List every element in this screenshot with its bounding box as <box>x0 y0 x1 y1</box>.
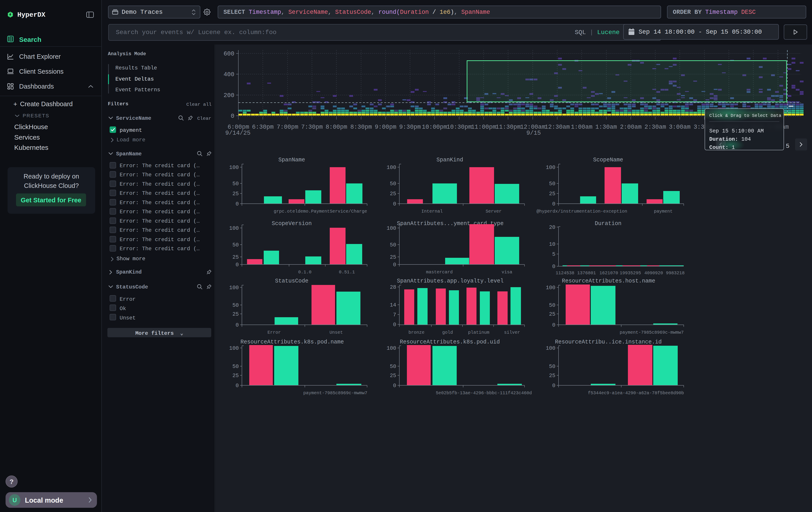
svg-text:5: 5 <box>552 251 555 257</box>
svg-text:9:30pm: 9:30pm <box>399 124 421 131</box>
svg-text:ResourceAttributes.host.name: ResourceAttributes.host.name <box>562 278 655 284</box>
svg-text:0: 0 <box>236 322 239 328</box>
svg-text:0: 0 <box>552 322 555 328</box>
svg-text:50: 50 <box>232 363 239 370</box>
svg-text:100: 100 <box>387 225 396 231</box>
svg-text:100: 100 <box>229 285 239 291</box>
svg-text:100: 100 <box>546 345 555 351</box>
svg-text:ScopeVersion: ScopeVersion <box>272 220 312 227</box>
svg-text:50: 50 <box>549 363 555 370</box>
svg-text:gold: gold <box>442 330 453 335</box>
svg-text:0: 0 <box>393 383 396 389</box>
svg-text:12:00am: 12:00am <box>520 124 545 131</box>
svg-text:25: 25 <box>232 373 239 379</box>
svg-text:StatusCode: StatusCode <box>275 278 309 284</box>
svg-text:100: 100 <box>229 225 239 231</box>
svg-text:payment: payment <box>654 209 673 214</box>
svg-text:Server: Server <box>486 209 502 214</box>
svg-text:Internal: Internal <box>421 209 443 214</box>
svg-text:SpanName: SpanName <box>279 157 305 163</box>
svg-text:6:00pm: 6:00pm <box>228 124 249 131</box>
svg-text:400: 400 <box>224 71 234 78</box>
svg-text:10: 10 <box>549 241 555 247</box>
svg-text:100: 100 <box>546 164 555 170</box>
svg-text:0: 0 <box>552 383 555 389</box>
svg-text:2:30am: 2:30am <box>644 124 666 131</box>
svg-text:3:00am: 3:00am <box>669 124 690 131</box>
svg-text:silver: silver <box>504 330 520 335</box>
svg-text:Duration: Duration <box>595 220 621 227</box>
svg-text:4090920: 4090920 <box>644 270 663 276</box>
svg-text:19935295: 19935295 <box>620 270 641 276</box>
svg-text:11:00pm: 11:00pm <box>471 124 496 131</box>
svg-text:50: 50 <box>232 181 239 187</box>
svg-text:10:00pm: 10:00pm <box>422 124 447 131</box>
svg-text:0: 0 <box>393 201 396 207</box>
svg-text:25: 25 <box>232 254 239 260</box>
svg-text:9:00pm: 9:00pm <box>375 124 396 131</box>
svg-text:20: 20 <box>549 224 555 231</box>
svg-text:5e02b5fb-13ae-4296-bbbc-111f42: 5e02b5fb-13ae-4296-bbbc-111f423c460d <box>436 390 532 396</box>
svg-text:0: 0 <box>552 264 555 270</box>
svg-text:8:30pm: 8:30pm <box>350 124 372 131</box>
svg-text:Error: Error <box>267 330 281 335</box>
svg-text:100: 100 <box>546 285 555 291</box>
svg-text:f5344ec9-a1ea-4290-a62a-78f5be: f5344ec9-a1ea-4290-a62a-78f5bee8d90b <box>588 390 684 396</box>
svg-text:ResourceAttributes.k8s.pod.uid: ResourceAttributes.k8s.pod.uid <box>400 339 500 345</box>
svg-text:0.51.1: 0.51.1 <box>339 270 355 275</box>
svg-text:25: 25 <box>390 254 396 260</box>
svg-text:ResourceAttribu..ice.instance.: ResourceAttribu..ice.instance.id <box>555 339 662 345</box>
svg-text:visa: visa <box>502 270 512 275</box>
svg-text:1:30am: 1:30am <box>595 124 617 131</box>
svg-text:25: 25 <box>232 191 239 197</box>
svg-text:14: 14 <box>390 302 396 308</box>
svg-text:50: 50 <box>549 181 555 187</box>
svg-text:0: 0 <box>236 383 239 389</box>
svg-text:grpc.oteldemo.PaymentService/C: grpc.oteldemo.PaymentService/Charge <box>274 209 367 214</box>
svg-text:50: 50 <box>390 242 396 248</box>
svg-text:ScopeName: ScopeName <box>593 157 623 163</box>
svg-text:bronze: bronze <box>408 330 425 335</box>
svg-text:100: 100 <box>387 164 396 170</box>
svg-text:50: 50 <box>390 363 396 370</box>
svg-text:600: 600 <box>224 51 234 57</box>
svg-text:11:30pm: 11:30pm <box>495 124 521 131</box>
svg-text:0: 0 <box>552 201 555 207</box>
svg-text:8:00pm: 8:00pm <box>325 124 347 131</box>
svg-text:10:30pm: 10:30pm <box>446 124 472 131</box>
svg-text:1621070: 1621070 <box>600 270 618 276</box>
svg-text:1376801: 1376801 <box>577 270 596 276</box>
svg-text:25: 25 <box>232 311 239 317</box>
svg-text:SpanAttributes.app.loyalty.lev: SpanAttributes.app.loyalty.level <box>397 278 503 284</box>
svg-text:9/14/25: 9/14/25 <box>225 130 250 136</box>
svg-text:payment-7985c8969c-mwmw7: payment-7985c8969c-mwmw7 <box>620 330 684 335</box>
svg-text:platinum: platinum <box>468 330 489 335</box>
svg-text:50: 50 <box>549 302 555 308</box>
svg-text:50: 50 <box>232 242 239 248</box>
svg-text:0: 0 <box>393 262 396 268</box>
svg-text:6:30pm: 6:30pm <box>252 124 273 131</box>
svg-text:7: 7 <box>393 312 396 318</box>
svg-text:25: 25 <box>549 311 555 317</box>
svg-text:0: 0 <box>236 262 239 268</box>
svg-text:2:00am: 2:00am <box>620 124 641 131</box>
svg-text:payment-7985c8969c-mwmw7: payment-7985c8969c-mwmw7 <box>303 390 367 396</box>
svg-text:200: 200 <box>224 92 234 99</box>
svg-text:9/15: 9/15 <box>526 130 541 136</box>
svg-text:0.1.0: 0.1.0 <box>298 270 312 275</box>
svg-text:50: 50 <box>390 181 396 187</box>
svg-text:@hyperdx/instrumentation-excep: @hyperdx/instrumentation-exception <box>536 209 627 214</box>
svg-text:SpanKind: SpanKind <box>436 157 463 163</box>
svg-text:50: 50 <box>232 302 239 308</box>
svg-text:25: 25 <box>390 373 396 379</box>
svg-text:1:00am: 1:00am <box>571 124 592 131</box>
svg-text:ResourceAttributes.k8s.pod.nam: ResourceAttributes.k8s.pod.name <box>240 339 344 345</box>
svg-text:7:30pm: 7:30pm <box>301 124 323 131</box>
svg-text:100: 100 <box>229 345 239 351</box>
svg-text:0: 0 <box>231 113 234 119</box>
svg-text:25: 25 <box>549 373 555 379</box>
svg-text:0: 0 <box>236 201 239 207</box>
svg-text:100: 100 <box>387 345 396 351</box>
svg-text:7:00pm: 7:00pm <box>277 124 298 131</box>
svg-text:25: 25 <box>390 191 396 197</box>
